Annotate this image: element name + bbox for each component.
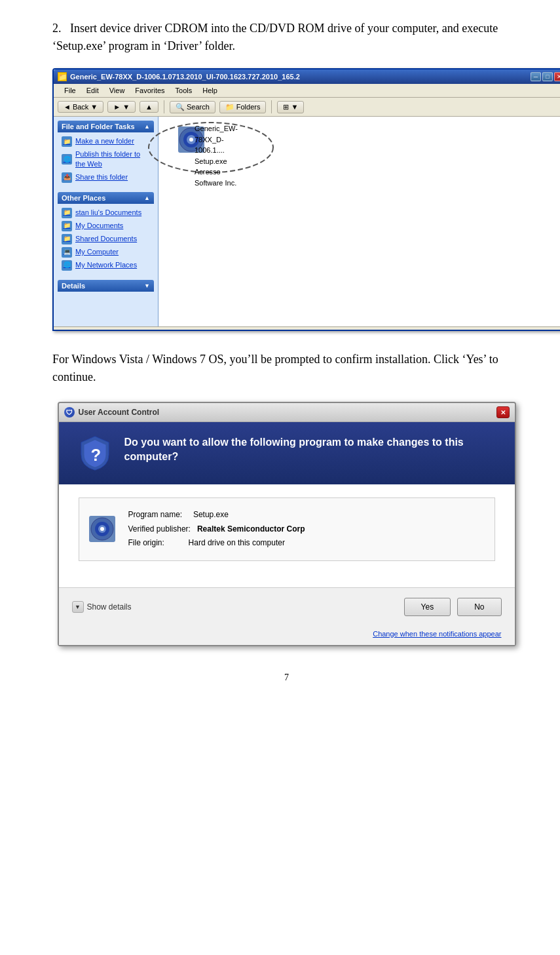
window-icon: 📁: [58, 72, 67, 81]
uac-titlebar-left: 🛡 User Account Control: [64, 407, 160, 418]
program-name-value: Setup.exe: [193, 510, 229, 519]
publish-icon: 🌐: [62, 154, 72, 165]
folders-button[interactable]: 📁 Folders: [219, 101, 267, 113]
sidebar-item-publish[interactable]: 🌐 Publish this folder to the Web: [62, 148, 150, 171]
menu-view[interactable]: View: [104, 85, 130, 96]
xp-titlebar-buttons: ─ □ ✕: [531, 72, 560, 81]
step-2-instruction: Insert device driver CDROM into the CD/D…: [52, 22, 498, 52]
sidebar-header-file-tasks: File and Folder Tasks ▲: [58, 121, 154, 132]
uac-shield-icon: ?: [79, 435, 111, 471]
xp-toolbar: ◄ Back ▼ ► ▼ ▲ 🔍 Search 📁 Folders: [54, 98, 560, 117]
back-button[interactable]: ◄ Back ▼: [58, 101, 103, 113]
sidebar-header-details: Details ▼: [58, 280, 154, 292]
xp-explorer-window: 📁 Generic_EW-78XX_D-1006.1.0713.2010_UI-…: [52, 68, 560, 331]
show-details-label: Show details: [87, 602, 132, 612]
sidebar-collapse-details-icon[interactable]: ▼: [144, 283, 150, 289]
views-arrow-icon: ▼: [291, 103, 298, 111]
close-icon: ✕: [500, 409, 506, 416]
minimize-button[interactable]: ─: [531, 72, 541, 81]
file-publisher-annotation: Acresso Software Inc.: [195, 166, 238, 188]
my-docs-icon: 📁: [62, 221, 72, 231]
menu-help[interactable]: Help: [197, 85, 223, 96]
xp-titlebar: 📁 Generic_EW-78XX_D-1006.1.0713.2010_UI-…: [54, 69, 560, 84]
toolbar-separator: [164, 100, 164, 113]
sidebar-item-new-folder[interactable]: 📁 Make a new folder: [62, 135, 150, 148]
sidebar-file-tasks-label: File and Folder Tasks: [62, 123, 135, 130]
change-notifications-link[interactable]: Change when these notifications appear: [373, 630, 501, 638]
menu-edit[interactable]: Edit: [81, 85, 104, 96]
close-icon: ✕: [557, 73, 560, 80]
forward-icon: ►: [113, 103, 121, 111]
uac-close-button[interactable]: ✕: [496, 406, 510, 418]
shield-small-icon: 🛡: [66, 409, 73, 416]
views-button[interactable]: ⊞ ▼: [277, 101, 304, 113]
toolbar-separator-2: [271, 100, 272, 113]
my-computer-icon: 💻: [62, 247, 72, 258]
forward-button[interactable]: ► ▼: [107, 101, 136, 113]
sidebar-item-stan-docs[interactable]: 📁 stan liu's Documents: [62, 206, 150, 220]
step-number: 2.: [52, 22, 62, 35]
sidebar-file-tasks-content: 📁 Make a new folder 🌐 Publish this folde…: [58, 132, 154, 187]
sidebar-item-my-docs[interactable]: 📁 My Documents: [62, 220, 150, 233]
search-button[interactable]: 🔍 Search: [170, 101, 215, 113]
uac-dialog: 🛡 User Account Control ✕ ? Do you want t…: [58, 402, 516, 646]
no-button[interactable]: No: [457, 598, 501, 616]
uac-header: ? Do you want to allow the following pro…: [59, 422, 515, 484]
show-details-control[interactable]: ▼ Show details: [72, 601, 132, 613]
uac-prog-details: Program name: Setup.exe Verified publish…: [128, 508, 305, 551]
sidebar-item-network[interactable]: 🌐 My Network Places: [62, 259, 150, 272]
uac-body: Program name: Setup.exe Verified publish…: [59, 484, 515, 587]
views-icon: ⊞: [283, 103, 289, 111]
sidebar-collapse-icon[interactable]: ▲: [144, 123, 150, 130]
sidebar-item-share[interactable]: 📤 Share this folder: [62, 171, 150, 184]
para-text: For Windows Vista / Windows 7 OS, you’ll…: [52, 351, 521, 386]
stan-docs-icon: 📁: [62, 208, 72, 218]
maximize-button[interactable]: □: [542, 72, 553, 81]
xp-menubar: File Edit View Favorites Tools Help: [54, 84, 560, 98]
menu-favorites[interactable]: Favorites: [130, 85, 170, 96]
page-number: 7: [52, 672, 521, 683]
uac-title: User Account Control: [79, 408, 160, 417]
step-2-container: 2. Insert device driver CDROM into the C…: [52, 20, 521, 646]
minimize-icon: ─: [534, 73, 538, 80]
search-icon: 🔍: [176, 103, 185, 111]
sidebar-section-file-tasks: File and Folder Tasks ▲ 📁 Make a new fol…: [58, 121, 154, 187]
shared-documents-label: Shared Documents: [75, 234, 137, 244]
xp-body: File and Folder Tasks ▲ 📁 Make a new fol…: [54, 117, 560, 326]
close-button[interactable]: ✕: [554, 72, 560, 81]
file-name-annotation: Generic_EW-78XX_D-1006.1....: [195, 123, 238, 156]
back-arrow-icon: ▼: [90, 103, 98, 111]
program-name-label: Program name:: [128, 510, 183, 519]
sidebar-header-other-places: Other Places ▲: [58, 192, 154, 204]
xp-main-content: Generic_EW-78XX_D-1006.1.... Setup.exe A…: [159, 117, 560, 326]
uac-footer: ▼ Show details Yes No: [59, 587, 515, 626]
xp-statusbar: [54, 326, 560, 330]
sidebar-item-my-computer[interactable]: 💻 My Computer: [62, 246, 150, 259]
new-folder-icon: 📁: [62, 136, 72, 147]
origin-row: File origin: Hard drive on this computer: [128, 536, 305, 551]
show-details-arrow-icon: ▼: [72, 601, 84, 613]
xp-titlebar-left: 📁 Generic_EW-78XX_D-1006.1.0713.2010_UI-…: [58, 72, 300, 81]
forward-arrow-icon: ▼: [122, 103, 130, 111]
sidebar-section-details: Details ▼: [58, 280, 154, 292]
sidebar-item-shared-docs[interactable]: 📁 Shared Documents: [62, 233, 150, 246]
yes-button[interactable]: Yes: [404, 598, 451, 616]
uac-titlebar-icon: 🛡: [64, 407, 75, 418]
window-title: Generic_EW-78XX_D-1006.1.0713.2010_UI-70…: [70, 73, 300, 81]
sidebar-other-places-label: Other Places: [62, 194, 105, 202]
menu-file[interactable]: File: [59, 85, 81, 96]
uac-titlebar: 🛡 User Account Control ✕: [59, 403, 515, 422]
menu-tools[interactable]: Tools: [170, 85, 198, 96]
program-name-row: Program name: Setup.exe: [128, 508, 305, 522]
sidebar-section-other-places: Other Places ▲ 📁 stan liu's Documents 📁 …: [58, 192, 154, 275]
svg-text:?: ?: [90, 446, 101, 464]
uac-change-link-container: Change when these notifications appear: [59, 626, 515, 645]
publisher-value: Realtek Semiconductor Corp: [197, 524, 305, 534]
publisher-label: Verified publisher:: [128, 524, 191, 534]
sidebar-collapse-other-icon[interactable]: ▲: [144, 195, 150, 201]
up-icon: ▲: [145, 103, 153, 111]
uac-program-info: Program name: Setup.exe Verified publish…: [79, 497, 495, 561]
file-exe-annotation: Setup.exe: [195, 156, 238, 167]
uac-buttons: Yes No: [404, 598, 502, 616]
up-button[interactable]: ▲: [140, 101, 159, 113]
